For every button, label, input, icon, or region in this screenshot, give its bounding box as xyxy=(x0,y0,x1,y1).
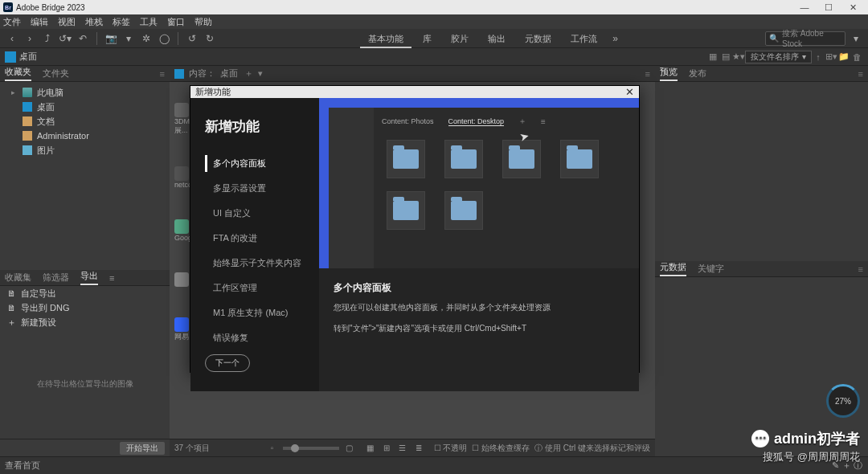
view-list-icon[interactable]: ≣ xyxy=(413,443,424,452)
menu-edit[interactable]: 编辑 xyxy=(31,16,48,28)
nav-up-icon[interactable]: ⤴ xyxy=(40,31,55,46)
tab-preview[interactable]: 预览 xyxy=(660,66,678,81)
status-text[interactable]: 查看首页 xyxy=(5,460,40,472)
tree-desktop[interactable]: 桌面 xyxy=(0,100,170,114)
preview-body xyxy=(655,82,868,261)
tree-this-pc[interactable]: ▸此电脑 xyxy=(0,85,170,100)
list-item[interactable] xyxy=(174,166,189,181)
close-button[interactable]: ✕ xyxy=(841,2,865,13)
search-dropdown-icon[interactable]: ▾ xyxy=(849,31,863,46)
nav-bugfix[interactable]: 错误修复 xyxy=(205,329,305,346)
content-label[interactable]: 桌面 xyxy=(220,67,238,80)
workspace-library[interactable]: 库 xyxy=(415,29,440,48)
export-custom[interactable]: 🗎自定导出 xyxy=(0,286,170,300)
tab-export[interactable]: 导出 xyxy=(80,270,98,285)
start-export-button[interactable]: 开始导出 xyxy=(120,442,165,455)
export-dng[interactable]: 🗎导出到 DNG xyxy=(0,300,170,315)
tab-favorites[interactable]: 收藏夹 xyxy=(5,66,31,81)
close-icon[interactable]: ✕ xyxy=(625,86,634,98)
filter-star-icon[interactable]: ★▾ xyxy=(732,51,745,62)
list-item[interactable] xyxy=(174,272,189,287)
workspace-output[interactable]: 输出 xyxy=(480,29,514,48)
tree-pictures[interactable]: 图片 xyxy=(0,143,170,157)
nav-ui-custom[interactable]: UI 自定义 xyxy=(205,205,305,222)
tab-folders[interactable]: 文件夹 xyxy=(43,67,69,80)
tree-administrator[interactable]: Administrator xyxy=(0,129,170,143)
dialog-title-bar[interactable]: 新增功能 ✕ xyxy=(190,86,639,98)
view-grid-icon[interactable]: ▦ xyxy=(365,443,376,452)
watermark-main: admin初学者 xyxy=(751,429,860,448)
list-item[interactable] xyxy=(174,219,189,234)
thumb-size-slider[interactable] xyxy=(283,447,339,450)
tab-metadata[interactable]: 元数据 xyxy=(660,261,686,276)
mock-tab-photos: Content: Photos xyxy=(382,117,434,125)
minimize-button[interactable]: — xyxy=(792,2,817,12)
next-button[interactable]: 下一个 xyxy=(205,354,250,372)
menu-window[interactable]: 窗口 xyxy=(167,16,185,28)
open-in-cr-icon[interactable]: ◯ xyxy=(157,31,171,46)
tab-collections[interactable]: 收藏集 xyxy=(5,272,31,284)
content-tab-dropdown-icon[interactable]: ▾ xyxy=(258,68,263,79)
thumb-large-icon[interactable]: ▢ xyxy=(344,443,355,452)
menu-stack[interactable]: 堆栈 xyxy=(85,16,103,28)
tab-publish[interactable]: 发布 xyxy=(689,67,706,80)
grid-large-icon[interactable]: ▤ xyxy=(719,51,732,62)
panel-menu-icon[interactable]: ≡ xyxy=(160,69,165,79)
panel-menu-icon[interactable]: ≡ xyxy=(858,264,863,274)
mock-folder xyxy=(444,191,483,230)
rotate-cw-icon[interactable]: ↻ xyxy=(203,31,217,46)
nav-back-icon[interactable]: ‹ xyxy=(5,31,19,46)
pc-icon xyxy=(23,88,32,97)
nav-multi-monitor[interactable]: 多显示器设置 xyxy=(205,180,305,197)
tab-keywords[interactable]: 关键字 xyxy=(698,263,724,275)
boomerang-icon[interactable]: ↶ xyxy=(76,31,90,46)
workspace-workflow[interactable]: 工作流 xyxy=(563,29,605,48)
menu-label[interactable]: 标签 xyxy=(113,16,130,28)
menu-file[interactable]: 文件 xyxy=(3,16,21,28)
footer-hint-a[interactable]: ☐ 不透明 xyxy=(434,443,468,454)
rotate-ccw-icon[interactable]: ↺ xyxy=(185,31,199,46)
nav-multi-content[interactable]: 多个内容面板 xyxy=(205,155,305,172)
view-lock-icon[interactable]: ⊞ xyxy=(381,443,392,452)
nav-fta[interactable]: FTA 的改进 xyxy=(205,230,305,247)
tab-filter[interactable]: 筛选器 xyxy=(43,272,69,284)
nav-workspace[interactable]: 工作区管理 xyxy=(205,280,305,296)
maximize-button[interactable]: ☐ xyxy=(817,2,841,13)
menu-tools[interactable]: 工具 xyxy=(140,16,158,28)
grid-small-icon[interactable]: ▦ xyxy=(706,51,719,62)
workspace-more-icon[interactable]: » xyxy=(608,31,623,46)
search-input[interactable]: 🔍搜索 Adobe Stock xyxy=(765,31,845,46)
nav-subfolder[interactable]: 始终显示子文件夹内容 xyxy=(205,255,305,272)
view-details-icon[interactable]: ☰ xyxy=(397,443,408,452)
camera-import-icon[interactable]: 📷 xyxy=(104,31,118,46)
tree-documents[interactable]: 文档 xyxy=(0,114,170,129)
workspace-film[interactable]: 胶片 xyxy=(443,29,477,48)
list-item[interactable] xyxy=(174,103,189,117)
open-recent-icon[interactable]: ▾ xyxy=(121,31,136,46)
new-content-tab-icon[interactable]: ＋ xyxy=(244,67,253,80)
nav-m1[interactable]: M1 原生支持 (Mac) xyxy=(205,304,305,321)
footer-hint-b[interactable]: ☐ 始终检查缓存 xyxy=(472,443,530,454)
sort-dropdown[interactable]: 按文件名排序▾ xyxy=(745,51,812,63)
whats-new-dialog: 新增功能 ✕ 新增功能 多个内容面板 多显示器设置 UI 自定义 FTA 的改进… xyxy=(190,85,640,373)
menu-help[interactable]: 帮助 xyxy=(194,16,212,28)
menu-view[interactable]: 视图 xyxy=(58,16,76,28)
workspace-essentials[interactable]: 基本功能 xyxy=(360,29,411,48)
nav-forward-icon[interactable]: › xyxy=(23,31,37,46)
options-icon[interactable]: ⊞▾ xyxy=(825,51,837,62)
panel-menu-icon[interactable]: ≡ xyxy=(858,69,863,79)
path-segment[interactable]: 桌面 xyxy=(19,51,37,63)
content-prefix: 内容： xyxy=(189,67,215,80)
recent-icon[interactable]: ↺▾ xyxy=(58,31,72,46)
chat-bubble-icon xyxy=(751,430,769,447)
list-item[interactable] xyxy=(174,317,189,332)
new-folder-icon[interactable]: 📁 xyxy=(837,51,850,62)
sort-asc-icon[interactable]: ↑ xyxy=(812,52,825,62)
export-new-preset[interactable]: ＋新建预设 xyxy=(0,315,170,329)
panel-menu-icon[interactable]: ≡ xyxy=(645,69,650,79)
panel-menu-icon[interactable]: ≡ xyxy=(109,273,114,283)
workspace-metadata[interactable]: 元数据 xyxy=(517,29,559,48)
delete-icon[interactable]: 🗑 xyxy=(850,52,863,62)
refine-icon[interactable]: ✲ xyxy=(139,31,154,46)
thumb-small-icon[interactable]: ▫ xyxy=(267,443,278,452)
